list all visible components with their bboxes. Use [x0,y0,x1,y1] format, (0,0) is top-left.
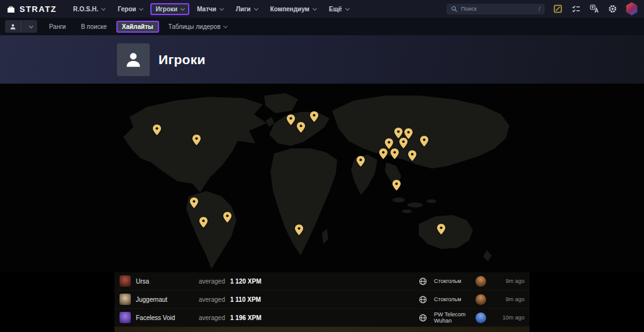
highlight-row[interactable]: Ursaaveraged1 120 XPMСтокгольм9m ago [114,272,530,290]
main-nav: R.O.S.H.ГероиИгрокиМатчиЛигиКомпендиумЕщ… [68,3,353,15]
tab-leaderboards[interactable]: Таблицы лидеров [163,21,233,33]
globe-icon [419,277,429,285]
language-icon[interactable] [589,4,599,14]
chevron-down-icon [29,23,33,28]
chevron-down-icon [345,6,350,10]
nav-item-more[interactable]: Ещё [324,3,354,15]
map-pin[interactable] [392,180,401,191]
stratz-logo[interactable]: STRATZ [6,4,57,14]
chevron-down-icon [313,6,317,10]
stratz-plus-icon[interactable] [553,4,563,14]
chevron-down-icon [101,6,106,10]
time-ago: 10m ago [492,314,525,321]
location-label: PW Telecom Wuhan [434,311,470,324]
hero-name[interactable]: Juggernaut [136,296,194,303]
player-scope-button[interactable] [5,20,37,33]
rank-medal-avatar [475,276,486,287]
world-map [114,88,530,270]
stratz-logo-text: STRATZ [19,4,57,14]
map-pin[interactable] [420,136,428,147]
search-input[interactable] [461,6,535,12]
rank-medal-avatar [475,313,486,323]
search-icon [451,6,458,13]
tab-highlights[interactable]: Хайлайты [116,21,159,33]
nav-item-label: R.O.S.H. [73,6,98,13]
map-pin[interactable] [310,111,318,122]
map-pin[interactable] [295,224,303,235]
hero-icon-ursa [119,275,131,287]
chevron-down-icon [219,6,224,10]
stat-label: averaged [199,296,225,303]
topnav-right: / [447,3,638,16]
highlights-list: Ursaaveraged1 120 XPMСтокгольм9m agoJugg… [114,272,530,332]
user-avatar[interactable] [626,3,638,16]
nav-item-matches[interactable]: Матчи [192,3,228,15]
map-section [0,84,644,272]
chevron-down-icon [180,6,185,10]
map-pin[interactable] [287,114,295,125]
hero-icon-juggernaut [119,294,131,305]
tab-label: Таблицы лидеров [169,23,221,30]
highlights-section: Ursaaveraged1 120 XPMСтокгольм9m agoJugg… [0,272,644,332]
highlight-row[interactable]: Faceless Voidaveraged1 196 XPMPW Telecom… [114,309,530,327]
map-pin[interactable] [192,135,201,145]
nav-item-players[interactable]: Игроки [150,3,189,15]
map-pin[interactable] [437,224,445,235]
players-page-icon [117,43,150,76]
nav-item-label: Компендиум [270,6,309,13]
hero-name[interactable]: Faceless Void [136,314,194,321]
stat-value: 1 110 XPM [230,296,280,303]
settings-icon[interactable] [608,4,618,14]
map-pin[interactable] [153,124,161,135]
map-pin[interactable] [408,150,416,161]
map-pin[interactable] [190,197,198,208]
tab-ranks[interactable]: Ранги [43,21,72,33]
time-ago: 9m ago [492,278,525,284]
chevron-down-icon [223,23,228,28]
map-pin[interactable] [399,138,408,148]
partial-next-row [114,327,530,332]
hero-name[interactable]: Ursa [136,278,194,285]
nav-item-compendium[interactable]: Компендиум [265,3,321,15]
search-box[interactable]: / [447,4,545,14]
stat-value: 1 196 XPM [230,314,280,321]
stratz-castle-icon [6,4,16,14]
map-pin[interactable] [297,122,305,133]
location-label: Стокгольм [434,278,470,284]
tasks-icon[interactable] [571,4,581,14]
nav-item-label: Ещё [329,6,342,13]
globe-icon [419,314,429,322]
map-pin[interactable] [385,138,393,149]
chevron-down-icon [139,6,143,10]
world-map-silhouette [114,88,530,270]
tab-label: Ранги [49,23,66,30]
stat-label: averaged [199,314,225,321]
person-icon [9,23,16,30]
stat-value: 1 120 XPM [230,278,280,285]
nav-item-label: Игроки [155,6,177,13]
nav-item-leagues[interactable]: Лиги [231,3,262,15]
nav-item-label: Герои [118,6,136,13]
nav-item-heroes[interactable]: Герои [113,3,148,15]
highlight-row[interactable]: Juggernautaveraged1 110 XPMСтокгольм9m a… [114,290,530,309]
stratz-app: STRATZ R.O.S.H.ГероиИгрокиМатчиЛигиКомпе… [0,0,644,332]
map-pin[interactable] [357,156,365,167]
map-pin[interactable] [199,217,208,228]
chevron-down-icon [253,6,258,10]
map-pin[interactable] [223,212,231,223]
divider [21,22,21,31]
person-icon [124,50,143,69]
location-label: Стокгольм [434,296,470,302]
map-pin[interactable] [379,148,387,159]
action-icons [553,4,618,14]
map-pin[interactable] [394,128,402,138]
sub-navbar: РангиВ поискеХайлайтыТаблицы лидеров [0,18,644,35]
map-pin[interactable] [391,148,399,159]
hero-icon-faceless-void [119,312,131,323]
time-ago: 9m ago [492,296,525,302]
tab-looking-for-group[interactable]: В поиске [75,21,113,33]
stat-label: averaged [199,278,225,285]
nav-item-label: Лиги [236,6,250,13]
nav-item-rosh[interactable]: R.O.S.H. [68,3,110,15]
rank-medal-avatar [475,294,486,305]
